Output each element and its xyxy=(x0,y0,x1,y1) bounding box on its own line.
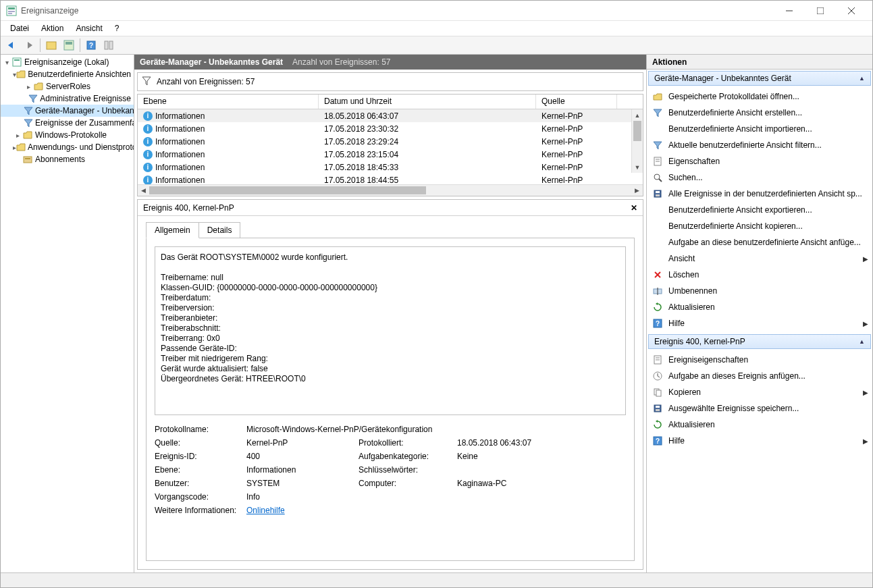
tree-pane: ▾ Ereignisanzeige (Lokal) ▾Benutzerdefin… xyxy=(1,55,134,572)
svg-rect-15 xyxy=(13,58,21,66)
action-label: Alle Ereignisse in der benutzerdefiniert… xyxy=(668,189,862,198)
tree-item[interactable]: ▸Anwendungs- und Dienstprotokolle xyxy=(1,141,134,153)
collapse-icon[interactable]: ▲ xyxy=(859,75,865,82)
folder-icon xyxy=(22,130,33,140)
toolbar-help-icon[interactable]: ? xyxy=(83,37,99,53)
tree-item[interactable]: Ereignisse der Zusammenfassungsseite xyxy=(1,117,134,129)
detail-titlebar: Ereignis 400, Kernel-PnP ✕ xyxy=(138,200,643,216)
filter-icon[interactable] xyxy=(142,76,151,88)
events-vscroll[interactable]: ▲▼ xyxy=(631,109,643,173)
action-item[interactable]: Kopieren▶ xyxy=(647,384,872,400)
action-item[interactable]: Aufgabe an dieses Ereignis anfügen... xyxy=(647,368,872,384)
actions-header: Aktionen xyxy=(647,55,872,70)
action-item[interactable]: ?Hilfe▶ xyxy=(647,433,872,449)
tree-item-label: Geräte-Manager - Unbekanntes Gerät xyxy=(35,106,134,115)
tree-item[interactable]: Geräte-Manager - Unbekanntes Gerät xyxy=(1,105,134,117)
blank-icon xyxy=(652,253,663,264)
tree-item[interactable]: Administrative Ereignisse xyxy=(1,92,134,105)
toolbar-icon-1[interactable] xyxy=(43,37,59,53)
col-date[interactable]: Datum und Uhrzeit xyxy=(319,95,536,109)
action-label: Kopieren xyxy=(668,387,701,397)
close-button[interactable] xyxy=(836,1,867,21)
action-item[interactable]: Gespeicherte Protokolldatei öffnen... xyxy=(647,88,872,105)
info-icon: i xyxy=(143,176,153,185)
expander-icon[interactable]: ▸ xyxy=(13,132,22,139)
refresh-icon xyxy=(652,302,663,313)
action-item[interactable]: Aufgabe an diese benutzerdefinierte Ansi… xyxy=(647,234,872,250)
tree-item[interactable]: ▸Windows-Protokolle xyxy=(1,129,134,141)
svg-rect-18 xyxy=(25,158,30,159)
action-item[interactable]: Benutzerdefinierte Ansicht erstellen... xyxy=(647,105,872,121)
action-item[interactable]: Benutzerdefinierte Ansicht kopieren... xyxy=(647,218,872,234)
action-item[interactable]: Umbenennen xyxy=(647,283,872,299)
action-item[interactable]: Benutzerdefinierte Ansicht exportieren..… xyxy=(647,202,872,218)
open-icon xyxy=(652,91,663,102)
tree-item[interactable]: ▾Benutzerdefinierte Ansichten xyxy=(1,68,134,80)
tree-item-label: Windows-Protokolle xyxy=(35,130,107,140)
table-row[interactable]: iInformationen17.05.2018 23:30:32Kernel-… xyxy=(138,122,643,135)
center-header: Geräte-Manager - Unbekanntes Gerät Anzah… xyxy=(134,55,646,70)
submenu-arrow-icon: ▶ xyxy=(863,389,868,396)
refresh-icon xyxy=(652,419,663,430)
info-icon: i xyxy=(143,137,153,146)
toolbar-icon-3[interactable] xyxy=(101,37,117,53)
actions-section-2[interactable]: Ereignis 400, Kernel-PnP ▲ xyxy=(648,334,871,349)
action-item[interactable]: Aktuelle benutzerdefinierte Ansicht filt… xyxy=(647,137,872,153)
action-item[interactable]: Eigenschaften xyxy=(647,153,872,169)
action-label: Ausgewählte Ereignisse speichern... xyxy=(668,404,799,413)
col-level[interactable]: Ebene xyxy=(138,95,319,109)
table-row[interactable]: iInformationen17.05.2018 23:29:24Kernel-… xyxy=(138,135,643,148)
detail-close-button[interactable]: ✕ xyxy=(631,203,637,213)
action-item[interactable]: Aktualisieren xyxy=(647,299,872,315)
tree-item[interactable]: ▸ServerRoles xyxy=(1,80,134,92)
menu-datei[interactable]: Datei xyxy=(5,22,34,34)
info-icon: i xyxy=(143,163,153,172)
action-label: Aufgabe an diese benutzerdefinierte Ansi… xyxy=(668,238,861,247)
action-label: Aufgabe an dieses Ereignis anfügen... xyxy=(668,371,805,381)
actions-section-1[interactable]: Geräte-Manager - Unbekanntes Gerät ▲ xyxy=(648,71,871,86)
action-item[interactable]: Ereigniseigenschaften xyxy=(647,352,872,368)
svg-rect-3 xyxy=(8,13,12,14)
menu-ansicht[interactable]: Ansicht xyxy=(70,22,107,34)
expander-icon[interactable]: ▸ xyxy=(24,83,33,90)
events-hscroll[interactable]: ◀▶ xyxy=(138,184,643,196)
submenu-arrow-icon: ▶ xyxy=(863,255,868,263)
action-item[interactable]: Benutzerdefinierte Ansicht importieren..… xyxy=(647,121,872,137)
table-row[interactable]: iInformationen17.05.2018 18:44:55Kernel-… xyxy=(138,173,643,184)
action-label: Hilfe xyxy=(668,319,685,328)
minimize-button[interactable] xyxy=(774,1,805,21)
nav-back-button[interactable] xyxy=(3,37,20,53)
action-item[interactable]: Ansicht▶ xyxy=(647,250,872,267)
action-item[interactable]: ?Hilfe▶ xyxy=(647,315,872,331)
tab-general[interactable]: Allgemein xyxy=(146,222,199,238)
table-row[interactable]: iInformationen17.05.2018 18:45:33Kernel-… xyxy=(138,161,643,173)
tree-item-label: Anwendungs- und Dienstprotokolle xyxy=(28,142,134,152)
menu-aktion[interactable]: Aktion xyxy=(36,22,69,34)
svg-line-23 xyxy=(659,179,662,182)
online-help-link[interactable]: Onlinehilfe xyxy=(246,506,285,515)
tree-item[interactable]: Abonnements xyxy=(1,153,134,165)
action-label: Gespeicherte Protokolldatei öffnen... xyxy=(668,92,799,101)
col-source[interactable]: Quelle xyxy=(536,95,617,109)
table-row[interactable]: iInformationen17.05.2018 23:15:04Kernel-… xyxy=(138,148,643,161)
action-item[interactable]: Alle Ereignisse in der benutzerdefiniert… xyxy=(647,186,872,202)
maximize-button[interactable] xyxy=(805,1,836,21)
collapse-icon[interactable]: ▲ xyxy=(859,338,865,345)
action-item[interactable]: Aktualisieren xyxy=(647,417,872,433)
action-item[interactable]: Suchen... xyxy=(647,169,872,186)
svg-rect-17 xyxy=(24,157,32,163)
toolbar-icon-2[interactable] xyxy=(61,37,77,53)
tab-details[interactable]: Details xyxy=(199,222,241,238)
action-item[interactable]: Löschen xyxy=(647,267,872,283)
info-icon: i xyxy=(143,124,153,134)
action-item[interactable]: Ausgewählte Ereignisse speichern... xyxy=(647,400,872,417)
rename-icon xyxy=(652,286,663,296)
action-label: Aktualisieren xyxy=(668,302,715,312)
tree-root[interactable]: ▾ Ereignisanzeige (Lokal) xyxy=(1,56,134,68)
submenu-arrow-icon: ▶ xyxy=(863,437,868,445)
expander-icon[interactable]: ▾ xyxy=(2,59,11,66)
table-row[interactable]: iInformationen18.05.2018 06:43:07Kernel-… xyxy=(138,109,643,122)
menu-help[interactable]: ? xyxy=(109,22,125,34)
nav-forward-button[interactable] xyxy=(21,37,37,53)
table-header: Ebene Datum und Uhrzeit Quelle xyxy=(138,95,643,109)
